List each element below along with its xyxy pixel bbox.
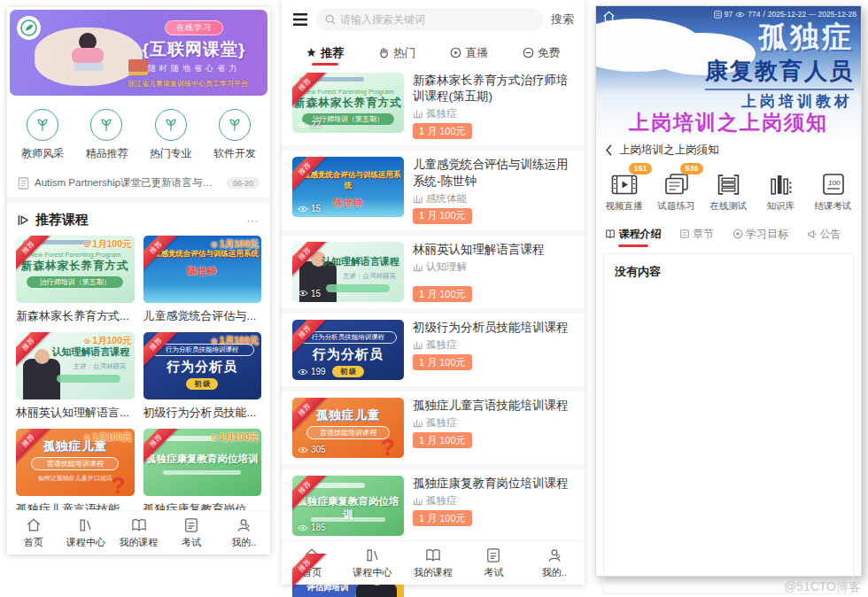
eye-icon xyxy=(298,290,308,297)
page-title: 上岗培训之上岗须知 xyxy=(619,143,719,158)
cover-line1: 孤独症 xyxy=(758,18,854,58)
course-list-item[interactable]: 推荐 New Forest Parenting Program 新森林家长养育方… xyxy=(282,66,585,145)
nav-label: 我的课程 xyxy=(414,566,453,579)
thumb-level-badge: 初 级 xyxy=(186,378,218,390)
course-list-item[interactable]: 推荐 孤独症康复教育岗位培训 185 孤独症康复教育岗位培训课程 孤独症 1 月… xyxy=(282,469,585,542)
tab-free[interactable]: 免费 xyxy=(506,39,578,66)
tab-hot[interactable]: 热门 xyxy=(361,39,434,66)
course-list-item[interactable]: 推荐 孤独症儿童 言语技能培训课程 305 孤独症儿童言语技能培训课程 孤独症 … xyxy=(282,392,585,464)
feature-label: 试题练习 xyxy=(658,200,695,213)
nav-label: 我的课程 xyxy=(120,536,159,549)
thumb-title: 认知理解语言课程 xyxy=(52,345,130,359)
course-list-item[interactable]: 推荐 行为分析员技能培训课程 行为分析员 初 级 199 初级行为分析员技能培训… xyxy=(282,314,585,386)
course-thumbnail: 推荐 认知理解语言课程 主讲：台湾林丽英 15 xyxy=(292,242,404,302)
home-icon[interactable] xyxy=(602,11,616,23)
course-thumbnail: 推荐 ⊙1月100元 行为分析员技能培训课程 行为分析员 初 级 xyxy=(143,332,262,399)
view-count: 15 xyxy=(298,204,321,213)
list-tabs: 推荐 热门 直播 免费 xyxy=(282,37,585,66)
nav-label: 考试 xyxy=(484,566,503,579)
course-category: 孤独症 xyxy=(413,416,574,430)
nav-exam[interactable]: 考试 xyxy=(165,511,217,554)
feature-online-test[interactable]: 在线测试 xyxy=(702,169,755,213)
banner-subtitle: 随时随地省心省力 xyxy=(124,63,264,74)
thumb-level-badge: 初 级 xyxy=(332,366,364,377)
course-card[interactable]: 推荐 ⊙1月100元 认知理解语言课程 主讲：台湾林丽英 林丽英认知理解语言..… xyxy=(16,332,135,429)
tab-recommend[interactable]: 推荐 xyxy=(289,39,361,66)
video-live-icon xyxy=(611,174,638,196)
person-icon xyxy=(235,516,252,534)
feature-final-exam[interactable]: 100 结课考试 xyxy=(807,169,859,213)
tab-announcements[interactable]: 公告 xyxy=(792,221,856,247)
quick-nav: 教师风采 精品推荐 热门专业 软件开发 xyxy=(7,98,270,170)
tab-live[interactable]: 直播 xyxy=(433,39,506,66)
tab-course-intro[interactable]: 课程介绍 xyxy=(601,221,665,247)
nav-exam[interactable]: 考试 xyxy=(463,541,523,585)
nav-label: 课程中心 xyxy=(353,566,392,579)
nav-my-courses[interactable]: 我的课程 xyxy=(403,541,463,585)
quick-nav-software[interactable]: 软件开发 xyxy=(203,109,267,161)
eye-icon xyxy=(298,121,308,128)
illustration-laptop xyxy=(74,63,104,71)
price-badge: 1 月 100元 xyxy=(413,123,472,139)
course-title: 林丽英认知理解语言课程 xyxy=(413,242,574,258)
course-cover-banner[interactable]: 97 774 / 2025-12-22 — 2025-12-28 孤独症 康复教… xyxy=(596,6,861,137)
home-screen: 在线学习 {互联网课堂} 随时随地省心省力 浙江省儿童康复训练中心员工学习平台 … xyxy=(7,7,270,554)
back-chevron-icon[interactable] xyxy=(605,144,613,156)
knowledge-base-icon xyxy=(769,174,793,196)
feature-question-practice[interactable]: 535 试题练习 xyxy=(650,169,702,213)
cover-line4: 上岗培训之上岗须知 xyxy=(596,109,861,136)
nav-my-courses[interactable]: 我的课程 xyxy=(112,511,165,554)
banner-badge: 在线学习 xyxy=(165,20,223,35)
quick-nav-featured[interactable]: 精品推荐 xyxy=(74,109,138,161)
divider xyxy=(7,197,270,203)
nav-profile[interactable]: 我的.. xyxy=(218,511,270,554)
search-button[interactable]: 搜索 xyxy=(551,12,574,27)
nav-course-center[interactable]: 课程中心 xyxy=(342,541,402,585)
course-list-item[interactable]: 推荐 儿童感觉统合评估与训练运用系统 陈世钟 15 儿童感觉统合评估与训练运用系… xyxy=(282,151,585,229)
feature-video-live[interactable]: 151 视频直播 xyxy=(598,169,650,213)
menu-icon[interactable] xyxy=(292,12,308,27)
feature-knowledge-base[interactable]: 知识库 xyxy=(755,169,807,213)
nav-profile[interactable]: 我的.. xyxy=(524,541,585,585)
view-count: 305 xyxy=(298,445,326,454)
course-category: 孤独症 xyxy=(413,107,574,120)
nav-home[interactable]: 首页 xyxy=(7,511,59,554)
nav-course-center[interactable]: 课程中心 xyxy=(59,511,112,554)
more-button[interactable]: ⋯ xyxy=(246,213,260,228)
section-header: 推荐课程 ⋯ xyxy=(7,203,270,236)
quick-nav-hot-majors[interactable]: 热门专业 xyxy=(139,109,203,161)
search-bar[interactable] xyxy=(316,8,543,31)
megaphone-icon xyxy=(807,229,818,239)
open-book-icon xyxy=(130,516,148,534)
exam-paper-icon xyxy=(182,516,200,534)
exam-paper-icon xyxy=(484,547,502,564)
exam-score-text: 100 xyxy=(828,179,841,187)
price-badge: 1 月 100元 xyxy=(413,510,472,526)
course-card[interactable]: 推荐 ⊙1月100元 儿童感觉统合评估与训练运用系统 陈世钟 儿童感觉统合评估与… xyxy=(143,236,262,332)
person-icon xyxy=(546,547,563,564)
quick-nav-label: 软件开发 xyxy=(213,146,256,161)
course-thumbnail: 推荐 孤独症康复教育岗位培训 185 xyxy=(292,476,404,536)
price-badge: 1 月 100元 xyxy=(413,208,472,224)
course-thumbnail: 推荐 ⊙1月100元 孤独症康复教育岗位培训 xyxy=(143,429,262,496)
thumb-top-line: 行为分析员技能培训课程 xyxy=(299,331,398,344)
sprout-icon xyxy=(162,116,180,134)
eye-icon xyxy=(298,368,308,376)
course-title: 新森林家长养育方式... xyxy=(16,308,135,324)
price-overlay: ⊙1月100元 xyxy=(84,238,132,251)
cover-line2: 康复教育人员 xyxy=(705,56,854,90)
course-card[interactable]: 推荐 ⊙1月100元 New Forest Parenting Program … xyxy=(16,236,135,332)
section-title: 推荐课程 xyxy=(35,212,89,229)
price-overlay: ⊙1月100元 xyxy=(211,238,259,251)
list-header: 搜索 xyxy=(282,0,585,37)
search-input[interactable] xyxy=(340,13,534,26)
tab-chapters[interactable]: 章节 xyxy=(665,221,729,247)
course-title: 初级行为分析员技能培训课程 xyxy=(413,320,574,336)
course-card[interactable]: 推荐 ⊙1月100元 行为分析员技能培训课程 行为分析员 初 级 初级行为分析员… xyxy=(143,332,262,429)
tab-learning-goals[interactable]: 学习目标 xyxy=(729,221,793,247)
course-list-item[interactable]: 推荐 认知理解语言课程 主讲：台湾林丽英 15 林丽英认知理解语言课程 认知理解… xyxy=(282,236,585,308)
notice-bar[interactable]: Autism Partnership课堂已更新语言与沟通课程：中阶 06-20 xyxy=(7,170,270,197)
quick-nav-teachers[interactable]: 教师风采 xyxy=(11,109,74,161)
hero-banner[interactable]: 在线学习 {互联网课堂} 随时随地省心省力 浙江省儿童康复训练中心员工学习平台 xyxy=(10,10,267,96)
quick-nav-label: 热门专业 xyxy=(150,146,192,161)
